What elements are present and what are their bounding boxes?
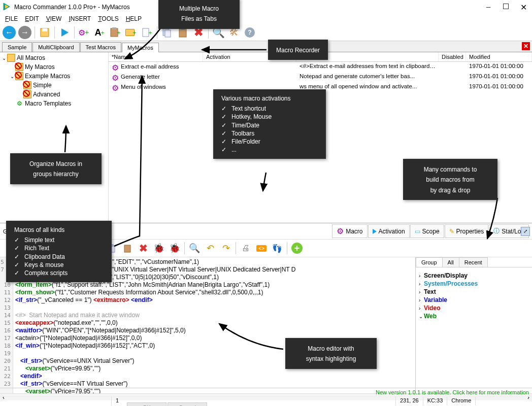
callout-groups: Organize Macros in groups hierarchy [10,153,102,184]
menu-edit[interactable]: EDIT [22,14,42,23]
command-item[interactable]: ›Text [417,288,531,296]
gear-icon: ⚙ [15,99,23,108]
scope-icon: ▭ [415,228,420,235]
paste-button-2[interactable] [120,241,135,255]
tag-button[interactable]: <> [254,241,269,255]
forward-button[interactable]: → [18,25,32,40]
col-disabled[interactable]: Disabled [439,52,466,61]
command-item[interactable]: ›Video [417,304,531,312]
command-panel: Group All Recent ›Screen/Display›System/… [415,257,532,393]
expand-editor-button[interactable]: ⤢ [521,227,530,236]
tab-activation[interactable]: Activation [368,224,410,238]
file-tab-mymacros[interactable]: MyMacros [122,43,159,52]
tab-scope[interactable]: ▭Scope [410,224,444,238]
tree-example-macros[interactable]: ⌄Example Macros [1,72,107,81]
play-icon [373,229,377,234]
list-row[interactable]: ⚙Generate letterNotepad and generate cut… [109,72,532,82]
tree-advanced[interactable]: Advanced [1,90,107,99]
status-pos: 231, 26 [396,397,423,405]
statusbar: New version 1.0.1 is available. Click he… [0,388,532,406]
tree-simple[interactable]: Simple [1,81,107,90]
editor-tabs: ⚙Macro Activation ▭Scope ✎Properties ⓘSt… [332,224,529,238]
cmdtab-recent[interactable]: Recent [459,257,488,267]
macro-tree: ⌄All Macros My Macros ⌄Example Macros Si… [0,52,109,223]
undo-button[interactable]: ↶ [203,241,217,255]
window-title: Macro Commander 1.0.0 Pro+ - MyMacros [14,4,485,11]
minimize-button[interactable]: ─ [485,4,492,11]
svg-rect-4 [42,28,47,31]
status-app: Chrome [447,397,476,405]
run-button[interactable] [57,25,72,40]
new-file-button[interactable]: ＋ [140,25,154,40]
gear-icon: ⚙ [337,226,344,236]
status-line: 1 [112,397,396,405]
new-version-link[interactable]: New version 1.0.1 is available. Click he… [0,388,532,396]
tree-root[interactable]: ⌄All Macros [1,53,107,62]
back-button[interactable]: ← [2,25,16,40]
menu-file[interactable]: FILE [2,14,21,23]
command-item[interactable]: ›System/Processes [417,280,531,288]
new-clipboard-button[interactable]: ＋ [109,25,123,40]
maximize-button[interactable] [503,4,509,9]
command-item[interactable]: ›Screen/Display [417,272,531,280]
new-macro-button[interactable]: ⚙＋ [77,25,91,40]
file-tab-testmacros[interactable]: Test Macros [80,42,121,52]
command-list[interactable]: ›Screen/Display›System/Processes›Text›Va… [416,267,532,393]
status-kc: KC:33 [423,397,448,405]
new-group-button[interactable]: ＋ [124,25,139,40]
callout-kinds: Macros of all kinds Simple textRich Text… [6,221,112,282]
find-button[interactable]: 🔍 [187,241,202,255]
titlebar: Macro Commander 1.0.0 Pro+ - MyMacros ─ … [0,0,532,14]
col-modified[interactable]: Modified [466,52,532,61]
svg-rect-10 [165,30,171,37]
close-tab-button[interactable]: ✕ [522,42,530,50]
pencil-icon: ✎ [449,228,454,235]
command-item[interactable]: ⌄Web [417,312,531,320]
tree-templates[interactable]: ⚙Macro Templates [1,99,107,108]
tab-macro[interactable]: ⚙Macro [332,224,367,238]
svg-rect-11 [179,29,186,37]
redo-button[interactable]: ↷ [219,241,233,255]
debug-button[interactable]: 🐞 [152,241,166,255]
command-item[interactable]: ›Variable [417,296,531,304]
debug-off-button[interactable]: 🐞 [168,241,182,255]
svg-marker-5 [61,28,69,37]
col-name[interactable]: *Name [109,52,203,61]
menu-tools[interactable]: TOOLS [95,14,121,23]
tab-properties[interactable]: ✎Properties [445,224,489,238]
help-button[interactable]: ? [243,25,257,40]
save-button[interactable] [38,25,52,40]
main-toolbar: ← → ⚙＋ A＋ ＋ ＋ ＋ ✖ 🔍 🛠 ? [0,24,532,41]
callout-editor: Macro editor with syntax highlighting [285,338,377,369]
callout-recorder: Macro Recorder [268,40,328,60]
add-step-button[interactable]: + [290,241,304,255]
menubar: FILE EDIT VIEW INSERT TOOLS HELP [0,14,532,24]
callout-tabs: Multiple Macro Files as Tabs [158,0,240,29]
list-row[interactable]: ⚙Extract e-mail address<#>Extract e-mail… [109,62,532,72]
menu-view[interactable]: VIEW [43,14,65,23]
new-text-button[interactable]: A＋ [93,25,107,40]
steps-button[interactable]: 👣 [270,241,284,255]
cmdtab-all[interactable]: All [442,257,459,267]
app-logo-icon [2,2,11,13]
tree-my-macros[interactable]: My Macros [1,62,107,72]
svg-rect-16 [124,245,130,252]
file-tab-multiclipboard[interactable]: MultiClipboard [32,42,79,52]
cmdtab-group[interactable]: Group [416,257,443,267]
print-button[interactable]: 🖨 [239,241,253,255]
menu-help[interactable]: HELP [123,14,145,23]
callout-activations: Various macro activations Text shortcutH… [213,89,326,159]
info-icon: ⓘ [493,227,500,235]
close-button[interactable]: ✕ [520,4,527,11]
callout-commands: Many commands to build macros from by dr… [403,159,497,200]
file-tab-sample[interactable]: Sample [2,42,32,52]
file-tabs: Sample MultiClipboard Test Macros MyMacr… [0,41,532,52]
delete-line-button[interactable]: ✖ [136,241,150,255]
command-item[interactable] [417,323,531,324]
menu-insert[interactable]: INSERT [65,14,94,23]
